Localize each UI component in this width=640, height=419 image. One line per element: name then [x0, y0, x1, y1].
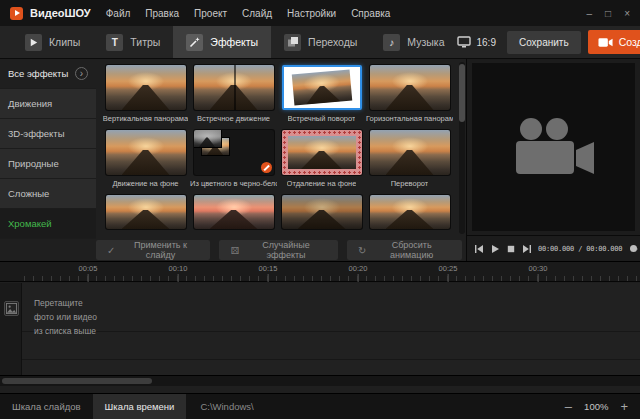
- sidebar-item-complex[interactable]: Сложные: [0, 179, 96, 209]
- menu-file[interactable]: Файл: [106, 8, 131, 19]
- effect-counter-rotation-selected[interactable]: Встречный поворот: [278, 65, 365, 123]
- menu-settings[interactable]: Настройки: [287, 8, 336, 19]
- app-logo-icon: [10, 7, 23, 20]
- aspect-ratio-value: 16:9: [476, 37, 495, 48]
- tab-label: Титры: [130, 36, 160, 48]
- player-panel: 00:00.000 / 00:00.000: [466, 59, 640, 261]
- text-icon: T: [106, 34, 123, 51]
- tab-effects[interactable]: Эффекты: [173, 26, 271, 58]
- playback-time: 00:00.000 / 00:00.000: [538, 245, 622, 253]
- effect-thumbnail: [282, 195, 362, 229]
- create-button[interactable]: Создать: [588, 30, 640, 54]
- music-note-icon: ♪: [383, 34, 400, 51]
- effect-thumbnail: [106, 195, 186, 229]
- slides-scale-tab[interactable]: Шкала слайдов: [0, 394, 93, 419]
- project-controls: 16:9 Сохранить Создать: [457, 26, 640, 58]
- effect-label: Движение на фоне: [112, 179, 178, 188]
- effect-flip[interactable]: Переворот: [366, 130, 453, 188]
- tab-label: Эффекты: [210, 36, 258, 48]
- maximize-button[interactable]: □: [605, 8, 611, 19]
- sidebar-item-label: 3D-эффекты: [8, 128, 65, 139]
- skip-end-button[interactable]: [520, 242, 533, 256]
- effect-partial-row[interactable]: [278, 195, 365, 229]
- effect-partial-row[interactable]: [102, 195, 189, 229]
- monitor-icon: [457, 36, 471, 48]
- sidebar-item-all-effects[interactable]: Все эффекты ›: [0, 59, 96, 89]
- save-button[interactable]: Сохранить: [507, 31, 581, 54]
- photo-icon: [6, 303, 17, 314]
- sidebar-item-label: Природные: [8, 158, 59, 169]
- timeline-ruler[interactable]: 00:05 00:10 00:15 00:20 00:25 00:30: [0, 261, 640, 282]
- effect-thumbnail: [370, 130, 450, 175]
- reset-animation-button[interactable]: ↻ Сбросить анимацию: [347, 240, 462, 260]
- effect-zoom-out-on-background[interactable]: Отдаление на фоне: [278, 130, 365, 188]
- project-path: C:\Windows\: [200, 401, 253, 412]
- stop-button[interactable]: [504, 242, 517, 256]
- video-camera-placeholder-icon: [508, 117, 600, 177]
- track-divider: [0, 359, 640, 360]
- effect-vertical-panorama[interactable]: Вертикальная панорама: [102, 65, 189, 123]
- chevron-right-icon: ›: [75, 67, 88, 80]
- ruler-tick: 00:05: [79, 264, 98, 273]
- volume-slider-handle[interactable]: [630, 245, 637, 252]
- time-scale-tab[interactable]: Шкала времени: [93, 394, 187, 419]
- aspect-ratio-indicator: 16:9: [457, 36, 499, 48]
- effects-scrollbar[interactable]: [459, 62, 465, 234]
- effect-thumbnail: [282, 130, 362, 175]
- effect-thumbnail: [106, 65, 186, 110]
- tab-transitions[interactable]: Переходы: [271, 26, 370, 58]
- close-button[interactable]: ×: [624, 8, 630, 19]
- timeline-tracks[interactable]: Перетащите фото или видео из списка выше: [0, 283, 640, 375]
- play-button[interactable]: [488, 242, 501, 256]
- scrollbar-thumb[interactable]: [2, 378, 152, 384]
- effect-thumbnail: [370, 65, 450, 110]
- sidebar-item-motions[interactable]: Движения: [0, 89, 96, 119]
- tab-clips[interactable]: Клипы: [12, 26, 93, 58]
- menu-edit[interactable]: Правка: [145, 8, 179, 19]
- tab-titles[interactable]: T Титры: [93, 26, 173, 58]
- skip-start-button[interactable]: [472, 242, 485, 256]
- sidebar-item-3d-effects[interactable]: 3D-эффекты: [0, 119, 96, 149]
- scrollbar-thumb[interactable]: [459, 64, 465, 122]
- add-photo-track-button[interactable]: [4, 301, 19, 316]
- track-header-column: [0, 283, 22, 375]
- menu-help[interactable]: Справка: [351, 8, 390, 19]
- effect-partial-row[interactable]: [190, 195, 277, 229]
- effect-label: Встречное движение: [197, 114, 270, 123]
- sidebar-item-nature[interactable]: Природные: [0, 149, 96, 179]
- menu-slide[interactable]: Слайд: [242, 8, 272, 19]
- apply-to-slide-button[interactable]: ✓ Применить к слайду: [96, 240, 210, 260]
- effect-label: Переворот: [391, 179, 429, 188]
- ruler-tick: 00:30: [529, 264, 548, 273]
- effect-label: Встречный поворот: [288, 114, 356, 123]
- effect-horizontal-panorama[interactable]: Горизонтальная панорама: [366, 65, 453, 123]
- minimize-button[interactable]: –: [587, 8, 593, 19]
- play-icon: [25, 34, 42, 51]
- reset-icon: ↻: [358, 245, 366, 256]
- effect-counter-motion[interactable]: Встречное движение: [190, 65, 277, 123]
- timeline-scrollbar[interactable]: [0, 375, 640, 386]
- effect-thumbnail: [370, 195, 450, 229]
- create-button-label: Создать: [619, 36, 640, 48]
- effect-color-to-bw[interactable]: Из цветного в черно-белое: [190, 130, 277, 188]
- magic-wand-icon: [186, 34, 203, 51]
- menu-project[interactable]: Проект: [194, 8, 227, 19]
- effect-thumbnail-selected: [282, 65, 362, 110]
- check-icon: ✓: [107, 245, 115, 256]
- sidebar-item-label: Сложные: [8, 188, 49, 199]
- tab-music[interactable]: ♪ Музыка: [370, 26, 457, 58]
- random-effects-button[interactable]: ⚄ Случайные эффекты: [219, 240, 337, 260]
- video-preview: [472, 63, 635, 231]
- zoom-out-button[interactable]: –: [565, 400, 572, 413]
- zoom-in-button[interactable]: +: [620, 400, 628, 413]
- ruler-tick: 00:20: [349, 264, 368, 273]
- effect-motion-on-background[interactable]: Движение на фоне: [102, 130, 189, 188]
- sidebar-item-chromakey[interactable]: Хромакей: [0, 209, 96, 239]
- random-button-label: Случайные эффекты: [245, 240, 327, 260]
- volume-slider[interactable]: [630, 248, 638, 250]
- effect-partial-row[interactable]: [366, 195, 453, 229]
- playback-controls: 00:00.000 / 00:00.000: [467, 235, 640, 261]
- effect-thumbnail: [194, 195, 274, 229]
- dice-icon: ⚄: [230, 245, 239, 256]
- zoom-level: 100%: [584, 401, 608, 412]
